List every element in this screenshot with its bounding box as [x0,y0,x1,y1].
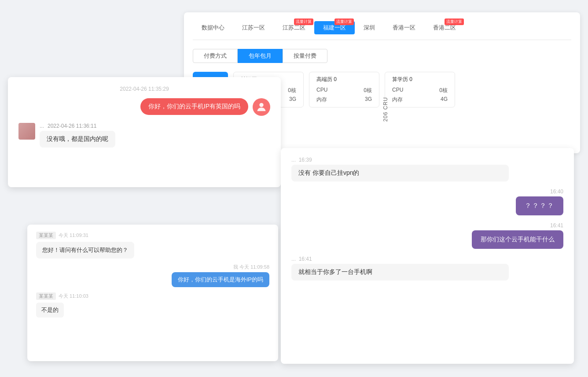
chat2-bot-header: 某某某 今天 11:09:31 [36,232,269,239]
spec-group-2-ram: 内存3G [316,96,372,103]
tab-payment-method[interactable]: 付费方式 [193,49,238,63]
tab-jiangsu2[interactable]: 江苏二区 流量计算 [274,21,314,34]
payment-tabs: 付费方式 包年包月 按量付费 [193,49,571,63]
hongkong2-badge: 流量计算 [445,18,464,25]
chat1-agent-avatar [18,123,35,140]
chat-window-3: ... 16:39 没有 你要自己挂vpn的 16:40 ？？？？ 16:41 … [281,148,574,364]
chat1-user-bubble: 你好，你们的云手机IP有英国的吗 [140,98,248,115]
region-tabs: 数据中心 江苏一区 江苏二区 流量计算 福建一区 流量计算 深圳 香港一区 香港… [193,21,571,40]
tab-hongkong1[interactable]: 香港一区 [384,21,424,34]
chat3-user-bubble1: ？？？？ [516,196,563,215]
chat1-agent-bubble: 没有哦，都是国内的呢 [40,131,115,148]
chat2-bot-reply-name: 某某某 [36,292,56,300]
cpu-info-label: 206 CRU [382,97,389,122]
chat3-meta2: ... 16:41 [291,256,563,262]
chat3-user-msg2: 16:41 那你们这个云手机能干什么 [291,222,563,249]
chat3-time3: 16:41 [550,222,563,229]
chat3-meta1: ... 16:39 [291,157,563,163]
chat-window-2: 某某某 今天 11:09:31 您好！请问有什么可以帮助您的？ 我 今天 11:… [27,225,278,361]
chat1-agent-name: ... [40,123,44,129]
tab-metered[interactable]: 按量付费 [283,49,327,63]
chat2-bot-reply-bubble: 不是的 [36,303,64,318]
chat1-timestamp1: 2022-04-26 11:35:29 [18,86,270,92]
chat1-user-message: 你好，你们的云手机IP有英国的吗 [18,98,270,116]
chat-window-1: 2022-04-26 11:35:29 你好，你们的云手机IP有英国的吗 ...… [8,77,281,187]
chat2-user-message: 我 今天 11:09:58 你好，你们的云手机是海外IP的吗 [36,264,269,287]
spec-group-2-title: 高端历 0 [316,76,372,83]
chat2-user-meta: 我 今天 11:09:58 [36,264,269,270]
chat1-user-avatar [253,98,270,116]
chat3-agent-msg2: ... 16:41 就相当于你多了一台手机啊 [291,256,563,281]
spec-group-3-title: 算学历 0 [392,76,448,83]
svg-point-0 [259,103,263,107]
chat2-bot-timestamp: 今天 11:09:31 [59,232,88,239]
spec-group-2: 高端历 0 CPU0核 内存3G [309,72,379,107]
chat2-bot-greeting: 您好！请问有什么可以帮助您的？ [36,242,134,259]
spec-group-3: 算学历 0 CPU0核 内存4G [385,72,455,107]
tab-hongkong2[interactable]: 香港二区 流量计算 [424,21,465,34]
tab-jiangsu1[interactable]: 江苏一区 [233,21,274,34]
chat2-bot-reply-header: 某某某 今天 11:10:03 [36,292,269,300]
jiangsu2-badge: 流量计算 [294,18,313,25]
tab-yearly[interactable]: 包年包月 [238,49,283,63]
spec-group-2-cpu: CPU0核 [316,87,372,94]
chat3-agent-msg1: ... 16:39 没有 你要自己挂vpn的 [291,157,563,181]
chat3-time2: 16:40 [550,188,563,195]
chat2-user-bubble: 你好，你们的云手机是海外IP的吗 [172,272,269,287]
chat1-agent-row: ... 2022-04-26 11:36:11 没有哦，都是国内的呢 [18,123,270,148]
spec-group-3-ram: 内存4G [392,96,448,103]
tab-shenzhen[interactable]: 深圳 [355,21,384,34]
tab-fujian1[interactable]: 福建一区 流量计算 [314,21,355,34]
chat3-user-bubble2: 那你们这个云手机能干什么 [472,230,563,249]
chat3-agent-bubble2: 就相当于你多了一台手机啊 [291,264,509,281]
chat2-bot-reply-timestamp: 今天 11:10:03 [59,293,88,299]
tab-datacenter[interactable]: 数据中心 [193,21,233,34]
chat1-agent-meta: ... 2022-04-26 11:36:11 没有哦，都是国内的呢 [40,123,115,148]
fujian1-badge: 流量计算 [334,18,354,25]
chat3-agent-bubble1: 没有 你要自己挂vpn的 [291,165,509,181]
chat3-user-msg1: 16:40 ？？？？ [291,188,563,215]
chat2-bot-name: 某某某 [36,232,56,239]
spec-group-3-cpu: CPU0核 [392,87,448,94]
chat1-timestamp2: 2022-04-26 11:36:11 [48,123,96,129]
